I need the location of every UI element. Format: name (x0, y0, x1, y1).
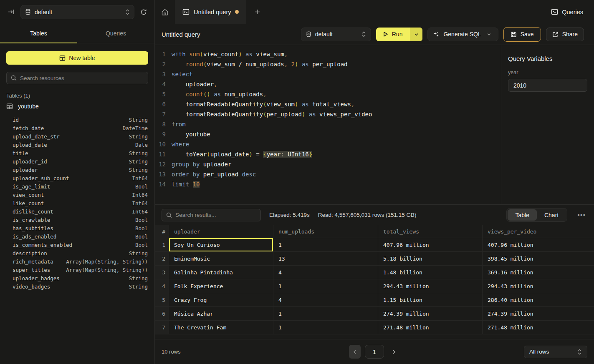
table-cell[interactable]: 1 (273, 279, 378, 293)
tab-untitled-query[interactable]: Untitled query (175, 0, 246, 24)
new-tab-button[interactable] (246, 0, 268, 24)
table-header-cell[interactable]: # (155, 225, 169, 238)
next-page-button[interactable] (388, 345, 400, 359)
schema-column-row[interactable]: rich_metadataArray(Map(String, String)) (13, 257, 148, 266)
table-cell[interactable]: 407.96 million (483, 238, 594, 251)
chevron-down-icon[interactable] (485, 32, 493, 37)
schema-column-row[interactable]: is_ads_enabledBool (13, 232, 148, 241)
generate-sql-button[interactable]: Generate SQL (427, 28, 498, 41)
tab-label: Untitled query (194, 9, 231, 15)
table-cell[interactable]: 5.18 billion (378, 252, 483, 265)
sidebar-table-item-youtube[interactable]: youtube (6, 103, 148, 110)
variable-input-year[interactable] (508, 79, 587, 92)
run-button[interactable]: Run (376, 28, 423, 41)
schema-column-row[interactable]: dislike_countInt64 (13, 207, 148, 216)
schema-column-row[interactable]: upload_dateDate (13, 141, 148, 149)
schema-column-row[interactable]: is_crawlableBool (13, 216, 148, 224)
toolbar-database-selector[interactable]: default (301, 28, 371, 41)
schema-column-name: upload_date_str (13, 133, 60, 140)
table-cell[interactable]: 13 (273, 252, 378, 265)
table-cell[interactable]: Música Azhar (169, 307, 273, 320)
schema-column-row[interactable]: has_subtitlesBool (13, 224, 148, 232)
table-cell[interactable]: EminemMusic (169, 252, 273, 265)
code-token: total_views (312, 101, 351, 108)
share-button[interactable]: Share (546, 28, 584, 41)
table-cell[interactable]: 4 (273, 293, 378, 306)
schema-column-row[interactable]: uploader_sub_countInt64 (13, 174, 148, 182)
code-line: 10where (155, 139, 501, 149)
table-cell[interactable]: 407.96 million (378, 238, 483, 251)
table-cell[interactable]: 294.43 million (483, 279, 594, 293)
table-cell[interactable]: 1.48 billion (378, 266, 483, 279)
current-page-indicator[interactable]: 1 (365, 345, 384, 359)
code-token: count (186, 91, 203, 98)
table-cell[interactable]: 1 (273, 307, 378, 320)
table-cell[interactable]: 398.45 million (483, 252, 594, 265)
run-options-button[interactable] (410, 28, 422, 41)
code-token: as (305, 111, 319, 118)
table-cell[interactable]: 271.48 million (378, 321, 483, 334)
code-token: as (210, 91, 225, 98)
schema-column-row[interactable]: upload_date_strString (13, 132, 148, 141)
schema-column-row[interactable]: fetch_dateDateTime (13, 124, 148, 132)
new-table-button[interactable]: New table (6, 51, 148, 65)
schema-column-row[interactable]: uploaderString (13, 166, 148, 174)
table-header-cell[interactable]: uploader (169, 225, 273, 238)
schema-column-row[interactable]: is_age_limitBool (13, 182, 148, 191)
table-cell[interactable]: 4 (273, 266, 378, 279)
table-header-cell[interactable]: total_views (378, 225, 483, 238)
sidebar-database-selector[interactable]: default (20, 5, 134, 19)
schema-column-row[interactable]: titleString (13, 149, 148, 157)
sidebar-tab-tables[interactable]: Tables (0, 24, 77, 43)
refresh-button[interactable] (139, 7, 149, 17)
code-line: 4 uploader, (155, 79, 501, 89)
schema-column-row[interactable]: descriptionString (13, 249, 148, 257)
save-label: Save (521, 31, 534, 38)
sidebar-search-input[interactable] (20, 75, 144, 81)
table-cell[interactable]: Crazy Frog (169, 293, 273, 306)
code-line: 2 round(view_sum / num_uploads, 2) as pe… (155, 59, 501, 69)
prev-page-button[interactable] (349, 345, 361, 359)
table-header-cell[interactable]: num_uploads (273, 225, 378, 238)
table-cell[interactable]: 1.15 billion (378, 293, 483, 306)
schema-column-row[interactable]: super_titlesArray(Map(String, String)) (13, 266, 148, 274)
sql-editor[interactable]: 1with sum(view_count) as view_sum,2 roun… (155, 45, 501, 204)
refresh-icon (140, 9, 147, 15)
table-cell[interactable]: 271.48 million (483, 321, 594, 334)
schema-column-row[interactable]: like_countInt64 (13, 199, 148, 207)
page-size-selector[interactable]: All rows (524, 346, 587, 358)
save-button[interactable]: Save (503, 27, 541, 42)
code-content: youtube (166, 129, 210, 139)
table-cell[interactable]: The Crevatin Fam (169, 321, 273, 334)
table-cell[interactable]: 294.43 million (378, 279, 483, 293)
schema-column-row[interactable]: uploader_badgesString (13, 274, 148, 282)
code-token: view_sum (256, 51, 284, 58)
table-header-cell[interactable]: views_per_video (483, 225, 594, 238)
schema-column-row[interactable]: uploader_idString (13, 157, 148, 166)
table-cell[interactable]: Soy Un Curioso (169, 238, 273, 251)
view-toggle-chart[interactable]: Chart (537, 209, 566, 221)
view-toggle-table[interactable]: Table (508, 209, 536, 221)
table-cell[interactable]: 274.39 million (378, 307, 483, 320)
run-button-main[interactable]: Run (376, 28, 410, 41)
pagination: 1 (349, 345, 400, 359)
schema-column-row[interactable]: video_badgesString (13, 282, 148, 291)
table-cell[interactable]: 1 (273, 238, 378, 251)
table-cell[interactable]: 274.39 million (483, 307, 594, 320)
collapse-sidebar-button[interactable] (6, 7, 16, 17)
schema-column-row[interactable]: view_countInt64 (13, 191, 148, 199)
table-cell[interactable]: Folk Experience (169, 279, 273, 293)
sidebar-tab-queries[interactable]: Queries (77, 24, 154, 43)
results-search-input[interactable] (175, 212, 256, 218)
results-table: #uploadernum_uploadstotal_viewsviews_per… (155, 225, 594, 339)
schema-column-name: is_crawlable (13, 217, 50, 223)
results-more-menu-button[interactable]: ••• (576, 211, 587, 219)
table-cell[interactable]: 286.40 million (483, 293, 594, 306)
schema-column-row[interactable]: is_comments_enabledBool (13, 241, 148, 249)
schema-column-row[interactable]: idString (13, 115, 148, 124)
table-cell[interactable]: 1 (273, 321, 378, 334)
table-cell[interactable]: 369.16 million (483, 266, 594, 279)
queries-panel-button[interactable]: Queries (540, 0, 594, 24)
home-button[interactable] (155, 0, 175, 24)
table-cell[interactable]: Galinha Pintadinha (169, 266, 273, 279)
